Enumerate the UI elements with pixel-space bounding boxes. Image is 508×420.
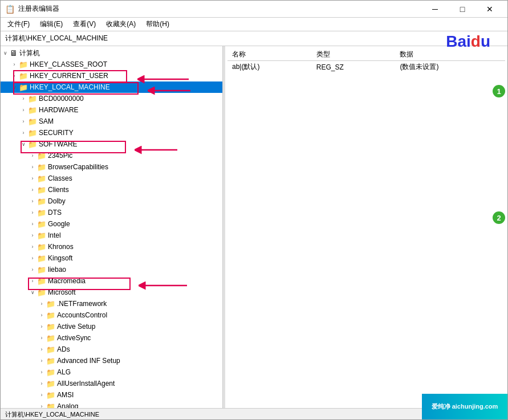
expand-btn-microsoft[interactable]: ∨	[28, 288, 37, 297]
folder-icon-netfx: 📁	[46, 300, 55, 308]
tree-label-ads: ADs	[57, 345, 70, 353]
tree-item-browsercap[interactable]: ›📁BrowserCapabilities	[1, 161, 222, 173]
expand-btn-netfx[interactable]: ›	[37, 299, 46, 308]
menu-favorites[interactable]: 收藏夹(A)	[101, 18, 140, 30]
maximize-button[interactable]: □	[449, 1, 476, 18]
tree-item-hklm[interactable]: ∨📁HKEY_LOCAL_MACHINE	[1, 81, 222, 93]
tree-item-analog[interactable]: ›📁Analog	[1, 401, 222, 408]
expand-btn-2345pic[interactable]: ›	[28, 151, 37, 160]
tree-label-google: Google	[48, 220, 70, 228]
expand-btn-software[interactable]: ∨	[19, 140, 28, 149]
tree-item-activesync[interactable]: ›📁ActiveSync	[1, 332, 222, 344]
folder-icon-intel: 📁	[37, 231, 46, 240]
expand-btn-advancedsetup[interactable]: ›	[37, 356, 46, 365]
menu-view[interactable]: 查看(V)	[68, 18, 100, 30]
expand-btn-browsercap[interactable]: ›	[28, 162, 37, 172]
close-button[interactable]: ✕	[477, 1, 503, 18]
tree-pane[interactable]: ∨🖥计算机›📁HKEY_CLASSES_ROOT›📁HKEY_CURRENT_U…	[1, 46, 223, 408]
expand-btn-dolby[interactable]: ›	[28, 197, 37, 206]
menu-edit[interactable]: 编辑(E)	[35, 18, 67, 30]
expand-btn-intel[interactable]: ›	[28, 231, 37, 240]
right-pane: 名称 类型 数据 ab|(默认)REG_SZ(数值未设置)	[225, 46, 507, 408]
expand-btn-sam[interactable]: ›	[19, 117, 28, 126]
tree-item-bcd[interactable]: ›📁BCD00000000	[1, 93, 222, 104]
expand-btn-hkcu[interactable]: ›	[10, 71, 19, 80]
folder-icon-hardware: 📁	[28, 106, 37, 115]
tree-item-dts[interactable]: ›📁DTS	[1, 207, 222, 218]
tree-item-macromedia[interactable]: ›📁Macromedia	[1, 275, 222, 287]
folder-icon-hklm: 📁	[19, 83, 28, 92]
tree-item-computer[interactable]: ∨🖥计算机	[1, 47, 222, 59]
tree-item-accountsctrl[interactable]: ›📁AccountsControl	[1, 309, 222, 321]
status-text: 计算机\HKEY_LOCAL_MACHINE	[5, 410, 99, 419]
expand-btn-amsi[interactable]: ›	[37, 390, 46, 399]
tree-item-activesetup[interactable]: ›📁Active Setup	[1, 321, 222, 332]
tree-item-kingsoft[interactable]: ›📁Kingsoft	[1, 252, 222, 264]
tree-label-sam: SAM	[39, 117, 54, 125]
expand-btn-kingsoft[interactable]: ›	[28, 254, 37, 263]
folder-icon-advancedsetup: 📁	[46, 357, 55, 365]
tree-item-amsi[interactable]: ›📁AMSI	[1, 389, 222, 401]
expand-btn-activesetup[interactable]: ›	[37, 322, 46, 331]
tree-item-sam[interactable]: ›📁SAM	[1, 116, 222, 127]
tree-item-khronos[interactable]: ›📁Khronos	[1, 241, 222, 252]
folder-icon-clients: 📁	[37, 186, 46, 194]
tree-item-intel[interactable]: ›📁Intel	[1, 230, 222, 241]
expand-btn-activesync[interactable]: ›	[37, 333, 46, 342]
expand-btn-khronos[interactable]: ›	[28, 242, 37, 251]
folder-icon-dolby: 📁	[37, 197, 46, 206]
menu-help[interactable]: 帮助(H)	[141, 18, 174, 30]
expand-btn-hkcr[interactable]: ›	[10, 60, 19, 69]
col-name: 名称	[227, 48, 312, 61]
tree-item-alluserinstall[interactable]: ›📁AllUserInstallAgent	[1, 378, 222, 389]
expand-btn-analog[interactable]: ›	[37, 402, 46, 408]
folder-icon-ads: 📁	[46, 345, 55, 354]
tree-item-liebao[interactable]: ›📁liebao	[1, 264, 222, 275]
tree-item-ads[interactable]: ›📁ADs	[1, 344, 222, 355]
minimize-button[interactable]: ─	[422, 1, 448, 18]
tree-item-google[interactable]: ›📁Google	[1, 218, 222, 230]
expand-btn-clients[interactable]: ›	[28, 185, 37, 194]
tree-item-hkcr[interactable]: ›📁HKEY_CLASSES_ROOT	[1, 59, 222, 70]
expand-btn-bcd[interactable]: ›	[19, 94, 28, 103]
menu-file[interactable]: 文件(F)	[3, 18, 34, 30]
expand-btn-dts[interactable]: ›	[28, 208, 37, 217]
tree-item-microsoft[interactable]: ∨📁Microsoft	[1, 287, 222, 298]
tree-item-2345pic[interactable]: ›📁2345Pic	[1, 150, 222, 161]
tree-item-software[interactable]: ∨📁SOFTWARE	[1, 138, 222, 150]
expand-btn-classes[interactable]: ›	[28, 174, 37, 183]
table-row: ab|(默认)REG_SZ(数值未设置)	[227, 61, 505, 74]
expand-btn-ads[interactable]: ›	[37, 345, 46, 354]
expand-btn-computer[interactable]: ∨	[1, 48, 10, 58]
tree-item-security[interactable]: ›📁SECURITY	[1, 127, 222, 138]
tree-label-security: SECURITY	[39, 129, 74, 137]
expand-btn-google[interactable]: ›	[28, 219, 37, 229]
expand-btn-security[interactable]: ›	[19, 128, 28, 137]
expand-btn-macromedia[interactable]: ›	[28, 276, 37, 286]
expand-btn-alluserinstall[interactable]: ›	[37, 379, 46, 388]
tree-item-hkcu[interactable]: ›📁HKEY_CURRENT_USER	[1, 70, 222, 81]
expand-btn-hardware[interactable]: ›	[19, 105, 28, 115]
folder-icon-activesync: 📁	[46, 334, 55, 342]
tree-item-advancedsetup[interactable]: ›📁Advanced INF Setup	[1, 355, 222, 366]
tree-label-dts: DTS	[48, 209, 62, 217]
folder-icon-hkcr: 📁	[19, 60, 28, 69]
status-bar: 计算机\HKEY_LOCAL_MACHINE	[1, 408, 507, 420]
expand-btn-liebao[interactable]: ›	[28, 265, 37, 274]
tree-label-browsercap: BrowserCapabilities	[48, 163, 108, 171]
tree-item-alg[interactable]: ›📁ALG	[1, 366, 222, 378]
tree-item-netfx[interactable]: ›📁.NETFramework	[1, 298, 222, 309]
tree-label-alg: ALG	[57, 368, 71, 376]
app-icon: 📋	[5, 5, 15, 14]
tree-item-hardware[interactable]: ›📁HARDWARE	[1, 104, 222, 116]
tree-label-kingsoft: Kingsoft	[48, 254, 72, 262]
expand-btn-accountsctrl[interactable]: ›	[37, 311, 46, 320]
tree-item-clients[interactable]: ›📁Clients	[1, 184, 222, 195]
expand-btn-alg[interactable]: ›	[37, 368, 46, 377]
folder-icon-hkcu: 📁	[19, 72, 28, 80]
folder-icon-bcd: 📁	[28, 95, 37, 103]
expand-btn-hklm[interactable]: ∨	[10, 83, 19, 92]
tree-item-classes[interactable]: ›📁Classes	[1, 173, 222, 184]
folder-icon-alg: 📁	[46, 368, 55, 377]
tree-item-dolby[interactable]: ›📁Dolby	[1, 195, 222, 207]
